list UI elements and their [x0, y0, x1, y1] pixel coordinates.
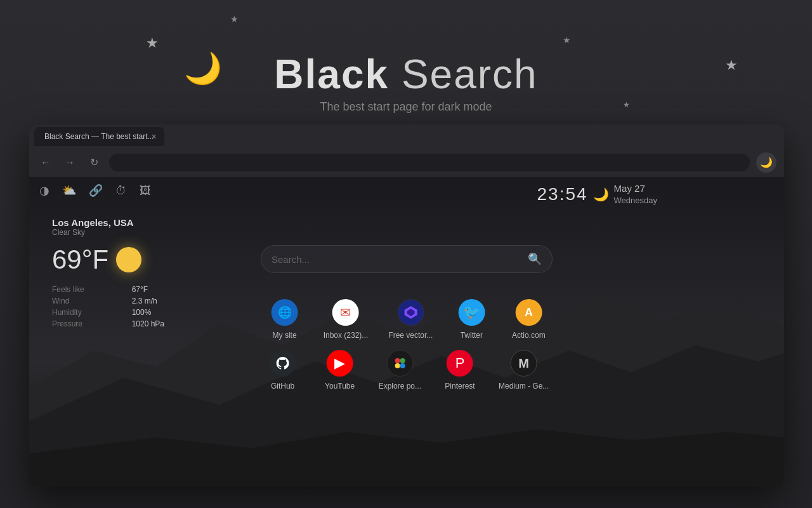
feels-like-label: Feels like	[52, 285, 117, 294]
medium-label: Medium - Ge...	[499, 382, 549, 391]
reload-button[interactable]: ↻	[85, 154, 103, 171]
svg-point-6	[400, 358, 405, 363]
browser-window: Black Search — The best start... × ← → ↻…	[29, 124, 784, 486]
address-bar-input[interactable]	[109, 154, 750, 171]
twitter-label: Twitter	[461, 331, 483, 340]
search-input[interactable]	[272, 254, 521, 265]
bookmark-twitter[interactable]: 🐦 Twitter	[443, 294, 500, 345]
clock-time: 23:54	[537, 184, 588, 204]
pinterest-label: Pinterest	[445, 382, 475, 391]
github-icon	[270, 350, 296, 377]
bookmark-github[interactable]: GitHub	[254, 345, 311, 396]
bookmark-explore[interactable]: Explore po...	[369, 345, 431, 396]
wind-value: 2.3 m/h	[132, 297, 197, 305]
freevector-label: Free vector...	[388, 331, 433, 340]
bookmark-youtube[interactable]: ▶ YouTube	[311, 345, 369, 396]
dark-mode-toggle[interactable]: 🌙	[756, 152, 776, 173]
github-label: GitHub	[271, 382, 294, 391]
app-title-area: Black Search The best start page for dar…	[274, 51, 537, 114]
star-5: ★	[725, 57, 738, 74]
tab-bar: Black Search — The best start... ×	[29, 124, 784, 149]
actio-label: Actio.com	[512, 331, 546, 340]
bookmark-actio[interactable]: A Actio.com	[500, 294, 557, 345]
tab-close-button[interactable]: ×	[149, 131, 159, 142]
wind-label: Wind	[52, 297, 117, 305]
bookmark-gmail[interactable]: ✉ Inbox (232)...	[313, 294, 379, 345]
svg-point-5	[395, 358, 400, 363]
gmail-icon: ✉	[332, 299, 359, 326]
search-button[interactable]: 🔍	[528, 252, 542, 266]
explore-icon	[386, 350, 413, 377]
twitter-icon: 🐦	[458, 299, 485, 326]
pressure-label: Pressure	[52, 319, 117, 328]
weather-widget: Los Angeles, USA Clear Sky 69°F Feels li…	[42, 210, 207, 336]
clock-area: 23:54 🌙 May 27 Wednesday	[537, 182, 658, 206]
star-2: ★	[230, 14, 239, 24]
weather-location: Los Angeles, USA	[52, 217, 197, 228]
timer-icon[interactable]: ⏱	[115, 184, 127, 197]
freevector-icon	[397, 299, 424, 326]
humidity-label: Humidity	[52, 308, 117, 317]
forward-button[interactable]: →	[61, 154, 79, 171]
medium-icon: M	[511, 350, 537, 377]
youtube-label: YouTube	[325, 382, 355, 391]
actio-icon: A	[515, 299, 542, 326]
weather-main: 69°F	[52, 244, 197, 275]
weather-temperature: 69°F	[52, 244, 108, 275]
widget-bar: ◑ ⛅ 🔗 ⏱ 🖼	[29, 177, 784, 204]
weather-details: Feels like 67°F Wind 2.3 m/h Humidity 10…	[52, 285, 197, 328]
clock-date-num: May 27	[614, 182, 657, 195]
youtube-icon: ▶	[327, 350, 353, 377]
moon-icon: 🌙	[184, 51, 222, 86]
browser-tab[interactable]: Black Search — The best start... ×	[34, 127, 164, 146]
mysite-icon: 🌐	[272, 299, 298, 326]
star-1: ★	[146, 35, 159, 51]
weather-icon[interactable]: ⛅	[62, 184, 76, 197]
bookmarks-row-1: 🌐 My site ✉ Inbox (232)... Free vector..…	[256, 294, 558, 345]
svg-point-8	[400, 363, 405, 368]
search-bar: 🔍	[261, 245, 553, 273]
weather-condition: Clear Sky	[52, 228, 197, 237]
clock-moon-icon: 🌙	[593, 187, 609, 202]
mysite-label: My site	[273, 331, 297, 340]
gmail-label: Inbox (232)...	[324, 331, 369, 340]
weather-sun-icon	[116, 247, 141, 272]
app-subtitle: The best start page for dark mode	[274, 100, 537, 114]
contrast-icon[interactable]: ◑	[39, 184, 49, 197]
link-icon[interactable]: 🔗	[89, 184, 103, 197]
clock-date: May 27 Wednesday	[614, 182, 657, 206]
app-title-heading: Black Search	[274, 51, 537, 98]
bookmarks-row-2: GitHub ▶ YouTube Explore p	[254, 345, 560, 396]
pressure-value: 1020 hPa	[132, 319, 197, 328]
image-icon[interactable]: 🖼	[140, 184, 151, 197]
back-button[interactable]: ←	[37, 154, 55, 171]
star-3: ★	[563, 35, 571, 45]
search-container: 🔍	[261, 245, 553, 273]
tab-label: Black Search — The best start...	[44, 132, 154, 141]
browser-content: ◑ ⛅ 🔗 ⏱ 🖼 23:54 🌙 May 27 Wednesday Los A…	[29, 177, 784, 486]
clock-day-name: Wednesday	[614, 195, 657, 206]
bookmark-medium[interactable]: M Medium - Ge...	[488, 345, 559, 396]
browser-toolbar: ← → ↻ 🌙	[29, 149, 784, 177]
explore-label: Explore po...	[379, 382, 421, 391]
pinterest-icon: P	[447, 350, 473, 377]
svg-point-7	[395, 363, 400, 368]
star-4: ★	[623, 100, 630, 109]
bookmark-mysite[interactable]: 🌐 My site	[256, 294, 313, 345]
bookmark-pinterest[interactable]: P Pinterest	[431, 345, 488, 396]
app-title-light: Search	[389, 51, 538, 97]
humidity-value: 100%	[132, 308, 197, 317]
outer-background: ★ ★ ★ ★ ★ 🌙 Black Search The best start …	[0, 0, 812, 508]
feels-like-value: 67°F	[132, 285, 197, 294]
app-title-bold: Black	[274, 51, 389, 97]
bookmark-freevector[interactable]: Free vector...	[378, 294, 443, 345]
